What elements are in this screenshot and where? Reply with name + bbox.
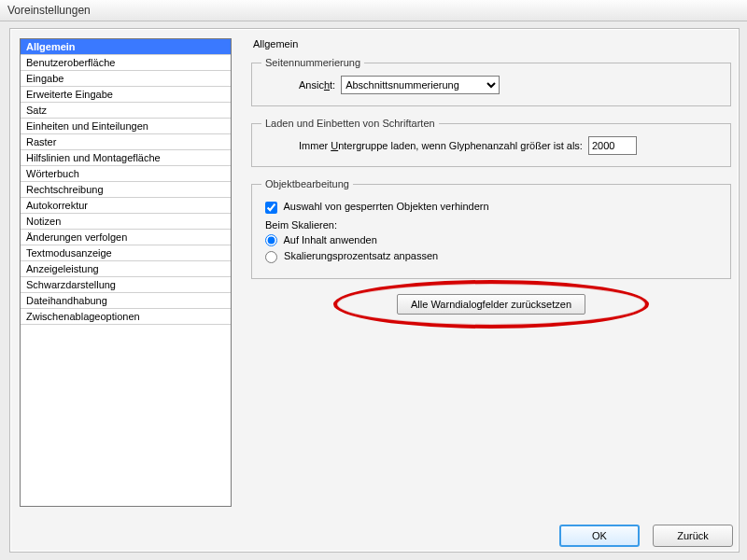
- reset-warnings-button[interactable]: Alle Warndialogfelder zurücksetzen: [397, 294, 585, 315]
- cancel-button[interactable]: Zurück: [653, 525, 733, 547]
- content-title: Allgemein: [253, 38, 731, 49]
- reset-button-wrap: Alle Warndialogfelder zurücksetzen: [251, 294, 731, 315]
- input-glyph-threshold[interactable]: [588, 136, 637, 155]
- sidebar-item[interactable]: Zwischenablageoptionen: [21, 309, 231, 325]
- sidebar-item[interactable]: Autokorrektur: [21, 198, 231, 214]
- label-glyph-threshold: Immer Untergruppe laden, wenn Glyphenanz…: [299, 140, 583, 151]
- content-pane: Allgemein Seitennummerierung Ansicht: Ab…: [251, 38, 731, 512]
- preferences-dialog: AllgemeinBenutzeroberflächeEingabeErweit…: [9, 28, 740, 553]
- group-page-numbering-legend: Seitennummerierung: [261, 57, 364, 68]
- sidebar-item[interactable]: Anzeigeleistung: [21, 261, 231, 277]
- sidebar-item[interactable]: Raster: [21, 134, 231, 150]
- sidebar-item[interactable]: Schwarzdarstellung: [21, 277, 231, 293]
- sidebar-item[interactable]: Allgemein: [21, 39, 231, 55]
- sidebar-item[interactable]: Eingabe: [21, 71, 231, 87]
- sidebar-item[interactable]: Änderungen verfolgen: [21, 230, 231, 245]
- row-glyph-threshold: Immer Untergruppe laden, wenn Glyphenanz…: [261, 136, 721, 155]
- sidebar-item[interactable]: Satz: [21, 103, 231, 119]
- dialog-footer: OK Zurück: [554, 520, 739, 552]
- sidebar-item[interactable]: Textmodusanzeige: [21, 245, 231, 261]
- window-title: Voreinstellungen: [7, 4, 91, 17]
- label-view: Ansicht:: [299, 79, 335, 91]
- group-page-numbering: Seitennummerierung Ansicht: Abschnittsnu…: [251, 57, 731, 106]
- sidebar-item[interactable]: Rechtschreibung: [21, 182, 231, 198]
- label-radio-percent[interactable]: Skalierungsprozentsatz anpassen: [265, 250, 438, 261]
- sidebar-item[interactable]: Einheiten und Einteilungen: [21, 119, 231, 134]
- row-page-numbering-view: Ansicht: Abschnittsnummerierung: [261, 76, 721, 94]
- sidebar-item[interactable]: Hilfslinien und Montagefläche: [21, 150, 231, 166]
- radio-adjust-percent[interactable]: [265, 251, 277, 263]
- row-radio-content: Auf Inhalt anwenden: [265, 234, 721, 247]
- sidebar-item[interactable]: Erweiterte Eingabe: [21, 87, 231, 103]
- window-titlebar: Voreinstellungen: [0, 0, 747, 21]
- sidebar-item[interactable]: Notizen: [21, 214, 231, 230]
- group-font-embedding-legend: Laden und Einbetten von Schriftarten: [261, 118, 439, 129]
- ok-button[interactable]: OK: [559, 525, 640, 547]
- group-font-embedding: Laden und Einbetten von Schriftarten Imm…: [251, 118, 731, 167]
- checkbox-prevent-locked[interactable]: [265, 202, 277, 214]
- sidebar-item[interactable]: Benutzeroberfläche: [21, 55, 231, 71]
- sidebar-item[interactable]: Dateihandhabung: [21, 293, 231, 309]
- label-prevent-locked[interactable]: Auswahl von gesperrten Objekten verhinde…: [265, 201, 489, 212]
- label-radio-content[interactable]: Auf Inhalt anwenden: [265, 234, 377, 245]
- radio-apply-to-content[interactable]: [265, 234, 277, 246]
- category-sidebar: AllgemeinBenutzeroberflächeEingabeErweit…: [20, 38, 232, 507]
- row-radio-percent: Skalierungsprozentsatz anpassen: [265, 250, 721, 263]
- row-prevent-locked: Auswahl von gesperrten Objekten verhinde…: [265, 201, 721, 214]
- heading-scaling: Beim Skalieren:: [265, 219, 721, 231]
- sidebar-item[interactable]: Wörterbuch: [21, 166, 231, 182]
- select-page-numbering-view[interactable]: Abschnittsnummerierung: [341, 76, 500, 94]
- group-object-editing: Objektbearbeitung Auswahl von gesperrten…: [251, 178, 731, 279]
- group-object-editing-legend: Objektbearbeitung: [261, 178, 353, 189]
